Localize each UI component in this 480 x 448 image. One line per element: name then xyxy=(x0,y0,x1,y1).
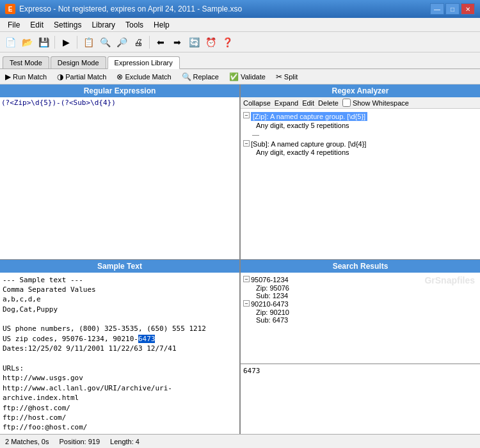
refresh-button[interactable]: 🔄 xyxy=(186,35,202,50)
status-bar: 2 Matches, 0s Position: 919 Length: 4 xyxy=(0,434,480,448)
sample-line-10: URLs: xyxy=(3,364,237,373)
results-panel: Search Results GrSnapfiles − 95076-1234 … xyxy=(241,260,480,435)
result-1-expand-icon[interactable]: − xyxy=(243,276,250,282)
sep1 xyxy=(54,36,55,49)
split-icon: ✂ xyxy=(276,72,282,81)
expand-btn[interactable]: Expand xyxy=(275,99,298,107)
run-button[interactable]: ▶ xyxy=(58,35,74,50)
close-button[interactable]: ✕ xyxy=(461,3,475,15)
zip-expand-icon[interactable]: − xyxy=(243,112,250,118)
sub-child-1: Any digit, exactly 4 repetitions xyxy=(256,148,477,156)
result-2-label: 90210-6473 xyxy=(251,300,289,308)
menu-edit[interactable]: Edit xyxy=(25,19,49,31)
partial-match-label: Partial Match xyxy=(65,73,106,81)
split-button[interactable]: ✂ Split xyxy=(273,72,300,82)
partial-match-icon: ◑ xyxy=(57,72,63,81)
tab-test-mode[interactable]: Test Mode xyxy=(3,56,49,68)
print-button[interactable]: 🖨 xyxy=(131,35,146,50)
right-column: Regex Analyzer Collapse Expand Edit Dele… xyxy=(241,84,480,434)
analyzer-body: − [Zip]: A named capture group. [\d{5}] … xyxy=(241,109,480,259)
validate-label: Validate xyxy=(241,73,266,81)
window-title: Expresso - Not registered, expires on Ap… xyxy=(19,4,430,13)
sub-node-label[interactable]: [Sub]: A named capture group. [\d{4}] xyxy=(251,140,366,148)
sep3 xyxy=(149,36,150,49)
result-1-sub: Sub: 1234 xyxy=(256,292,477,300)
sample-line-8: Dates:12/25/02 9/11/2001 11/22/63 12/7/4… xyxy=(3,344,237,353)
zip-child-1: Any digit, exactly 5 repetitions xyxy=(256,122,477,129)
open-button[interactable]: 📂 xyxy=(19,35,35,50)
sample-line-15: ftp://foo:@host.com/ xyxy=(3,422,237,432)
timer-button[interactable]: ⏰ xyxy=(203,35,218,50)
analyzer-panel: Regex Analyzer Collapse Expand Edit Dele… xyxy=(241,84,480,259)
delete-btn[interactable]: Delete xyxy=(318,99,339,107)
sample-panel-header: Sample Text xyxy=(0,260,239,273)
partial-match-button[interactable]: ◑ Partial Match xyxy=(54,72,109,82)
help-button[interactable]: ❓ xyxy=(220,35,235,50)
analyzer-panel-header: Regex Analyzer xyxy=(241,84,480,97)
sample-line-9 xyxy=(3,354,237,364)
window-controls: — □ ✕ xyxy=(430,3,475,15)
results-panel-header: Search Results xyxy=(241,260,480,273)
show-whitespace-checkbox[interactable] xyxy=(342,99,351,107)
show-whitespace-label[interactable]: Show Whitespace xyxy=(342,99,409,107)
maximize-button[interactable]: □ xyxy=(445,3,460,15)
result-2-children: Zip: 90210 Sub: 6473 xyxy=(256,308,477,324)
sample-text-area[interactable]: --- Sample text --- Comma Separated Valu… xyxy=(0,273,239,435)
run-match-button[interactable]: ▶ Run Match xyxy=(3,72,49,82)
sample-line-3: a,b,c,d,e xyxy=(3,294,237,304)
action-bar: ▶ Run Match ◑ Partial Match ⊗ Exclude Ma… xyxy=(0,69,480,84)
validate-button[interactable]: ✅ Validate xyxy=(227,72,268,82)
replace-button[interactable]: 🔍 Replace xyxy=(179,72,221,82)
new-button[interactable]: 📄 xyxy=(3,35,18,50)
back-button[interactable]: ⬅ xyxy=(153,35,168,50)
tab-bar: Test Mode Design Mode Expression Library xyxy=(0,52,480,69)
tree-node-dash: — xyxy=(243,129,477,140)
regex-panel: Regular Expression (?<Zip>\d{5})-(?<Sub>… xyxy=(0,84,239,259)
save-button[interactable]: 💾 xyxy=(36,35,51,50)
result-1-label: 95076-1234 xyxy=(251,276,289,284)
tab-expression-library[interactable]: Expression Library xyxy=(108,56,180,69)
menu-help[interactable]: Help xyxy=(148,19,175,31)
result-1-children: Zip: 95076 Sub: 1234 xyxy=(256,284,477,300)
menu-bar: File Edit Settings Library Tools Help xyxy=(0,18,480,32)
menu-library[interactable]: Library xyxy=(86,19,120,31)
title-bar: E Expresso - Not registered, expires on … xyxy=(0,0,480,18)
sample-line-4: Dog,Cat,Puppy xyxy=(3,305,237,314)
toolbar: 📄 📂 💾 ▶ 📋 🔍 🔎 🖨 ⬅ ➡ 🔄 ⏰ ❓ xyxy=(0,32,480,52)
highlight-6473: 6473 xyxy=(138,335,156,343)
app-window: E Expresso - Not registered, expires on … xyxy=(0,0,480,448)
menu-settings[interactable]: Settings xyxy=(49,19,86,31)
replace-label: Replace xyxy=(193,73,219,81)
search-button[interactable]: 🔍 xyxy=(97,35,113,50)
tab-design-mode[interactable]: Design Mode xyxy=(51,56,106,68)
forward-button[interactable]: ➡ xyxy=(170,35,185,50)
watermark: GrSnapfiles xyxy=(424,275,475,285)
status-matches: 2 Matches, 0s xyxy=(5,438,49,445)
menu-tools[interactable]: Tools xyxy=(120,19,148,31)
sub-children: Any digit, exactly 4 repetitions xyxy=(256,148,477,156)
edit-btn[interactable]: Edit xyxy=(302,99,314,107)
zoom-button[interactable]: 🔎 xyxy=(114,35,129,50)
status-position: Position: 919 xyxy=(59,438,100,445)
validate-icon: ✅ xyxy=(229,72,239,81)
result-2-zip: Zip: 90210 xyxy=(256,308,477,316)
sample-line-13: ftp://@host.com/ xyxy=(3,403,237,413)
replace-icon: 🔍 xyxy=(182,72,191,81)
zip-node-label[interactable]: [Zip]: A named capture group. [\d{5}] xyxy=(251,112,367,121)
minimize-button[interactable]: — xyxy=(430,3,444,15)
sub-expand-icon[interactable]: − xyxy=(243,140,250,147)
sample-line-14: ftp://host.com/ xyxy=(3,413,237,422)
sample-line-12: http://www.acl.lanl.gov/URI/archive/uri-… xyxy=(3,383,237,403)
result-2-expand-icon[interactable]: − xyxy=(243,300,250,307)
exclude-match-button[interactable]: ⊗ Exclude Match xyxy=(114,72,173,82)
run-match-label: Run Match xyxy=(13,73,47,81)
menu-file[interactable]: File xyxy=(3,19,25,31)
collapse-btn[interactable]: Collapse xyxy=(243,99,271,107)
copy-button[interactable]: 📋 xyxy=(81,35,96,50)
regex-input[interactable]: (?<Zip>\d{5})-(?<Sub>\d{4}) xyxy=(0,97,239,259)
sample-line-11: http://www.usgs.gov xyxy=(3,373,237,383)
results-container: GrSnapfiles − 95076-1234 Zip: 95076 Sub:… xyxy=(243,275,477,324)
result-2-node[interactable]: − 90210-6473 xyxy=(243,300,477,308)
zip-children: Any digit, exactly 5 repetitions xyxy=(256,122,477,129)
left-column: Regular Expression (?<Zip>\d{5})-(?<Sub>… xyxy=(0,84,240,434)
